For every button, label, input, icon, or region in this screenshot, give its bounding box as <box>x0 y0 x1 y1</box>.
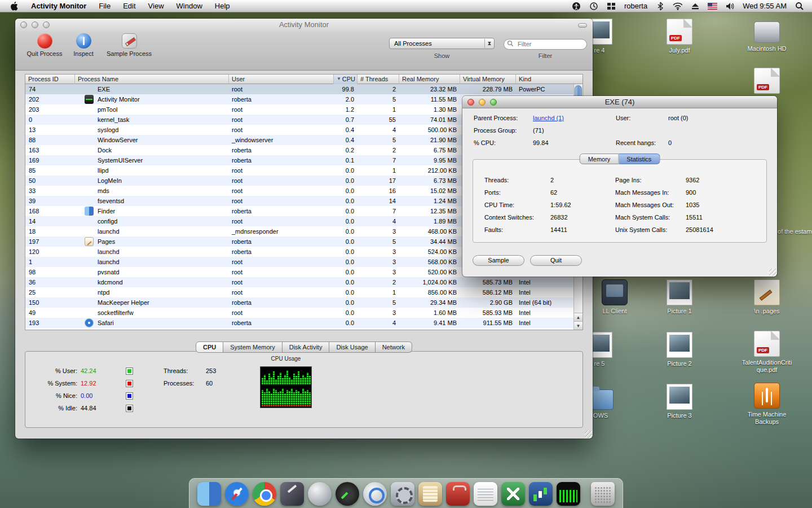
zoom-button[interactable] <box>490 99 497 106</box>
nice-color-checkbox[interactable] <box>126 392 133 400</box>
menu-window[interactable]: Window <box>176 2 202 10</box>
scroll-down-arrow[interactable]: ▼ <box>574 321 582 330</box>
minimize-button[interactable] <box>479 99 486 106</box>
idle-color-checkbox[interactable] <box>126 405 133 412</box>
desktop-icon-picture-3[interactable]: Picture 3 <box>654 384 705 419</box>
eject-icon[interactable] <box>690 2 700 11</box>
dock-script-editor-icon[interactable] <box>418 482 442 506</box>
desktop-icon-macintosh-hd[interactable]: Macintosh HD <box>742 17 792 52</box>
dock-dashboard-icon[interactable] <box>336 482 359 506</box>
desktop-icon-talentauditioncritique-pdf[interactable]: PDF TalentAuditionCritique.pdf <box>742 331 792 374</box>
table-row[interactable]: 25 ntpd root 0.0 1 856.00 KB 586.12 MB I… <box>25 287 573 297</box>
table-row[interactable]: 150 MacKeeper Helper roberta 0.0 5 29.34… <box>25 297 573 308</box>
column-header-threads[interactable]: # Threads <box>357 75 399 84</box>
table-row[interactable]: 36 kdcmond root 0.0 2 1,024.00 KB 585.73… <box>25 277 573 287</box>
quit-button[interactable]: Quit <box>530 255 582 266</box>
close-button[interactable] <box>20 21 27 28</box>
zoom-button[interactable] <box>43 21 50 28</box>
filter-field[interactable] <box>504 38 587 49</box>
resize-grip[interactable] <box>585 431 592 438</box>
column-header-process-name[interactable]: Process Name <box>74 75 228 84</box>
desktop-icon-picture-1[interactable]: Picture 1 <box>654 279 705 315</box>
menu-edit[interactable]: Edit <box>123 2 135 10</box>
column-header-kind[interactable]: Kind <box>515 75 575 84</box>
window-title-bar[interactable]: Activity Monitor <box>15 19 593 31</box>
tab-network[interactable]: Network <box>376 341 412 353</box>
show-popup-button[interactable]: All Processes <box>389 38 495 49</box>
desktop-icon-ll-client[interactable]: LL Client <box>589 279 640 315</box>
minimize-button[interactable] <box>32 21 38 28</box>
user-menu[interactable]: roberta <box>624 2 647 10</box>
table-row[interactable]: 74 EXE root 99.8 2 23.32 MB 228.79 MB Po… <box>25 84 573 94</box>
close-button[interactable] <box>467 99 474 106</box>
desktop-icon-file[interactable]: PDF <box>742 68 792 96</box>
dock-excel-icon[interactable] <box>501 482 525 506</box>
sample-button[interactable]: Sample <box>473 255 524 266</box>
universal-access-icon[interactable] <box>572 2 581 11</box>
toolbar-toggle-button[interactable] <box>578 23 587 28</box>
menu-file[interactable]: File <box>99 2 111 10</box>
inspect-button[interactable]: Inspect <box>69 33 98 67</box>
dock-quicktime-icon[interactable] <box>363 482 387 506</box>
apple-menu-icon[interactable] <box>9 2 19 11</box>
menu-help[interactable]: Help <box>215 2 230 10</box>
active-app-name[interactable]: Activity Monitor <box>31 2 86 10</box>
column-header-user[interactable]: User <box>228 75 333 84</box>
cell-real-memory: 9.41 MB <box>399 318 460 328</box>
dock-activity-monitor-icon[interactable] <box>557 482 580 506</box>
inspector-tab-memory[interactable]: Memory <box>580 154 619 164</box>
parent-process-link[interactable]: launchd (1) <box>533 115 564 121</box>
tab-disk-usage[interactable]: Disk Usage <box>329 341 375 353</box>
dock-ink-icon[interactable] <box>280 482 304 506</box>
desktop-icon-july-pdf[interactable]: PDF July.pdf <box>654 19 705 54</box>
dock-finder-icon[interactable] <box>197 482 221 506</box>
spaces-icon[interactable] <box>607 2 616 11</box>
desktop-icon-picture-2[interactable]: Picture 2 <box>654 332 705 367</box>
system-color-checkbox[interactable] <box>126 380 133 387</box>
filter-input[interactable] <box>504 39 587 50</box>
cell-cpu: 0.0 <box>333 237 357 247</box>
dock-stocks-icon[interactable] <box>529 482 553 506</box>
cell-process-name: configd <box>74 216 228 226</box>
user-color-checkbox[interactable] <box>126 367 133 375</box>
tab-system-memory[interactable]: System Memory <box>223 341 282 353</box>
dock-trash-icon[interactable] <box>591 482 615 506</box>
scroll-up-arrow[interactable]: ▲ <box>574 313 582 321</box>
wifi-icon[interactable] <box>673 2 682 11</box>
table-row[interactable]: 193 Safari roberta 0.0 4 9.41 MB 911.55 … <box>25 318 573 328</box>
dock-safari-icon[interactable] <box>225 482 249 506</box>
menu-view[interactable]: View <box>148 2 164 10</box>
cell-real-memory: 856.00 KB <box>399 287 460 297</box>
inspector-tabs: MemoryStatistics <box>580 154 660 164</box>
desktop-icon-n-pages[interactable]: \n .pages <box>742 279 792 315</box>
cell-cpu: 0.0 <box>333 267 357 277</box>
table-row[interactable]: 49 socketfilterfw root 0.0 3 1.60 MB 585… <box>25 308 573 318</box>
dock-textedit-icon[interactable] <box>474 482 497 506</box>
dock-utilities-icon[interactable] <box>446 482 470 506</box>
volume-icon[interactable] <box>725 2 735 11</box>
column-header-real-memory[interactable]: Real Memory <box>399 75 460 84</box>
dock-chrome-icon[interactable] <box>253 482 276 506</box>
tab-disk-activity[interactable]: Disk Activity <box>283 341 330 353</box>
stat-row: CPU Time:1:59.62 <box>484 202 571 214</box>
cell-process-name: MacKeeper Helper <box>74 297 228 308</box>
dock-mail-icon[interactable] <box>308 482 332 506</box>
column-header-process-id[interactable]: Process ID <box>25 75 74 84</box>
input-source-flag-icon[interactable] <box>708 2 717 11</box>
quit-process-button[interactable]: Quit Process <box>23 33 66 67</box>
tab-cpu[interactable]: CPU <box>196 341 223 353</box>
column-header-cpu[interactable]: ▼CPU <box>333 75 357 84</box>
bluetooth-icon[interactable] <box>655 2 665 11</box>
menu-bar-clock[interactable]: Wed 9:55 AM <box>743 2 787 10</box>
time-machine-icon[interactable] <box>589 2 599 11</box>
inspector-tab-statistics[interactable]: Statistics <box>619 154 660 164</box>
dock-system-preferences-icon[interactable] <box>391 482 414 506</box>
sample-process-button[interactable]: Sample Process <box>101 33 157 67</box>
stat-row: Threads:2 <box>484 177 571 189</box>
desktop-icon-time-machine-backups[interactable]: Time Machine Backups <box>742 383 792 426</box>
inspector-title-bar[interactable]: EXE (74) <box>462 96 777 108</box>
column-header-virtual-memory[interactable]: Virtual Memory <box>460 75 515 84</box>
spotlight-icon[interactable] <box>795 2 804 11</box>
desktop-icon-of-the-estament[interactable]: of the estament <box>774 226 812 235</box>
resize-grip[interactable] <box>769 269 776 276</box>
